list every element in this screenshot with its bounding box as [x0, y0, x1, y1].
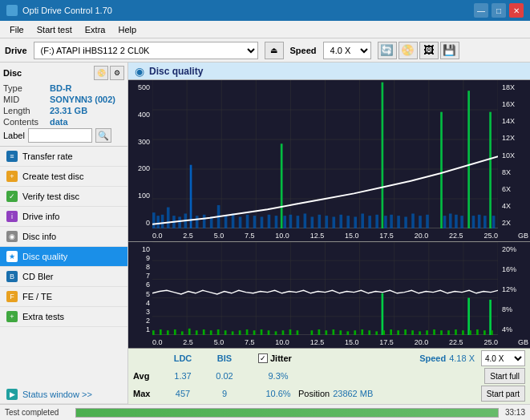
- svg-rect-35: [268, 215, 271, 228]
- svg-rect-92: [181, 331, 184, 335]
- svg-rect-126: [426, 330, 428, 335]
- lower-y-axis-left: 10 9 8 7 6 5 4 3 2 1: [128, 245, 152, 333]
- svg-rect-119: [375, 331, 378, 335]
- disc-title: Disc: [3, 68, 22, 78]
- avg-bis: 0.02: [204, 371, 245, 381]
- upper-y-axis-right: 18X 16X 14X 12X 10X 8X 6X 4X 2X: [500, 83, 530, 227]
- svg-rect-133: [462, 330, 464, 335]
- svg-rect-89: [160, 329, 162, 335]
- lower-y-axis-right: 20% 16% 12% 8% 4%: [500, 245, 530, 333]
- maximize-button[interactable]: □: [492, 3, 506, 18]
- start-full-button[interactable]: Start full: [484, 368, 525, 384]
- sidebar-item-disc-quality[interactable]: ★ Disc quality: [0, 247, 127, 267]
- svg-rect-65: [467, 91, 470, 228]
- drive-btn-3[interactable]: 🖼: [419, 42, 439, 59]
- svg-rect-59: [426, 215, 429, 228]
- svg-rect-114: [339, 330, 342, 335]
- label-search-button[interactable]: 🔍: [95, 128, 111, 143]
- speed-label: Speed: [290, 46, 317, 55]
- svg-rect-25: [196, 216, 199, 228]
- avg-jitter: 9.3%: [258, 371, 298, 381]
- menu-help[interactable]: Help: [111, 23, 143, 36]
- max-ldc: 457: [162, 389, 204, 398]
- verify-test-disc-label: Verify test disc: [22, 192, 79, 201]
- svg-rect-129: [467, 298, 470, 335]
- label-input[interactable]: [28, 128, 92, 143]
- sidebar-item-extra-tests[interactable]: + Extra tests: [0, 307, 127, 327]
- cd-bler-icon: B: [6, 271, 18, 282]
- transfer-rate-icon: ≡: [6, 151, 18, 162]
- total-ldc: 522331: [162, 403, 204, 404]
- upper-chart: 500 400 300 200 100 0 18X 16X 14X 12X 10…: [128, 80, 530, 242]
- svg-rect-43: [318, 215, 322, 228]
- svg-rect-53: [384, 216, 387, 228]
- sidebar-item-create-test-disc[interactable]: + Create test disc: [0, 167, 127, 187]
- length-label: Length: [3, 106, 50, 115]
- status-window-button[interactable]: ▶ Status window >>: [0, 386, 127, 404]
- drive-btn-4[interactable]: 💾: [440, 42, 459, 59]
- disc-icon-2[interactable]: ⚙: [110, 66, 124, 80]
- type-label: Type: [3, 83, 50, 93]
- sidebar-item-cd-bler[interactable]: B CD Bler: [0, 267, 127, 287]
- svg-rect-18: [156, 216, 160, 228]
- svg-rect-55: [397, 216, 400, 228]
- svg-rect-39: [289, 215, 293, 228]
- disc-quality-icon: ★: [6, 251, 18, 262]
- disc-quality-header: ◉ Disc quality: [128, 63, 530, 80]
- status-window-label: Status window >>: [22, 390, 92, 399]
- drive-select[interactable]: (F:) ATAPI iHBS112 2 CL0K: [34, 42, 258, 59]
- upper-x-axis: 0.02.55.07.510.012.515.017.520.022.525.0: [152, 232, 498, 240]
- status-window-icon: ▶: [6, 389, 18, 400]
- content-area: ◉ Disc quality 500 400 300 200 100 0 18X: [128, 63, 530, 404]
- sidebar-item-fe-te[interactable]: F FE / TE: [0, 287, 127, 307]
- jitter-checkbox-area: ✓ Jitter: [258, 353, 292, 363]
- svg-rect-47: [346, 216, 350, 228]
- close-button[interactable]: ✕: [509, 3, 524, 18]
- jitter-checkbox[interactable]: ✓: [258, 353, 268, 363]
- speed-select[interactable]: 4.0 X: [323, 42, 371, 59]
- svg-rect-112: [326, 330, 328, 335]
- disc-contents-row: Contents data: [3, 117, 124, 127]
- svg-rect-116: [354, 330, 356, 335]
- svg-rect-90: [167, 330, 169, 335]
- svg-rect-30: [232, 214, 235, 229]
- svg-rect-105: [275, 331, 277, 335]
- svg-rect-44: [326, 216, 329, 228]
- svg-rect-48: [354, 216, 357, 228]
- drive-btn-1[interactable]: 🔄: [378, 42, 397, 59]
- minimize-button[interactable]: —: [474, 3, 488, 18]
- svg-rect-46: [339, 215, 342, 228]
- disc-length-row: Length 23.31 GB: [3, 106, 124, 115]
- sidebar-item-verify-test-disc[interactable]: ✓ Verify test disc: [0, 187, 127, 207]
- jitter-col-header: Jitter: [270, 353, 292, 363]
- sidebar: Disc 📀 ⚙ Type BD-R MID SONYNN3 (002) Len…: [0, 63, 128, 404]
- eject-button[interactable]: ⏏: [265, 42, 284, 59]
- sidebar-item-transfer-rate[interactable]: ≡ Transfer rate: [0, 147, 127, 167]
- svg-rect-118: [368, 330, 370, 335]
- svg-rect-52: [382, 83, 384, 228]
- drive-btn-2[interactable]: 📀: [399, 42, 418, 59]
- svg-rect-97: [217, 329, 220, 335]
- start-part-button[interactable]: Start part: [481, 386, 525, 402]
- menu-extra[interactable]: Extra: [79, 23, 112, 36]
- svg-rect-131: [447, 330, 450, 335]
- svg-rect-88: [152, 330, 155, 335]
- extra-tests-icon: +: [6, 311, 18, 322]
- svg-rect-36: [275, 216, 278, 228]
- svg-rect-109: [382, 293, 384, 335]
- sidebar-item-drive-info[interactable]: i Drive info: [0, 207, 127, 227]
- mid-label: MID: [3, 95, 50, 104]
- menu-start-test[interactable]: Start test: [30, 23, 79, 36]
- title-bar: Opti Drive Control 1.70 — □ ✕: [0, 0, 530, 21]
- svg-rect-106: [282, 330, 285, 335]
- speed-dropdown[interactable]: 4.0 X: [481, 350, 525, 366]
- progress-bar-fill: [76, 409, 498, 417]
- total-bis: 8696: [204, 403, 245, 404]
- verify-test-disc-icon: ✓: [6, 191, 18, 202]
- max-label: Max: [133, 389, 162, 398]
- disc-icon-1[interactable]: 📀: [94, 66, 108, 80]
- menu-file[interactable]: File: [3, 23, 30, 36]
- mid-value: SONYNN3 (002): [50, 95, 115, 104]
- svg-rect-31: [239, 216, 242, 228]
- sidebar-item-disc-info[interactable]: ◉ Disc info: [0, 227, 127, 247]
